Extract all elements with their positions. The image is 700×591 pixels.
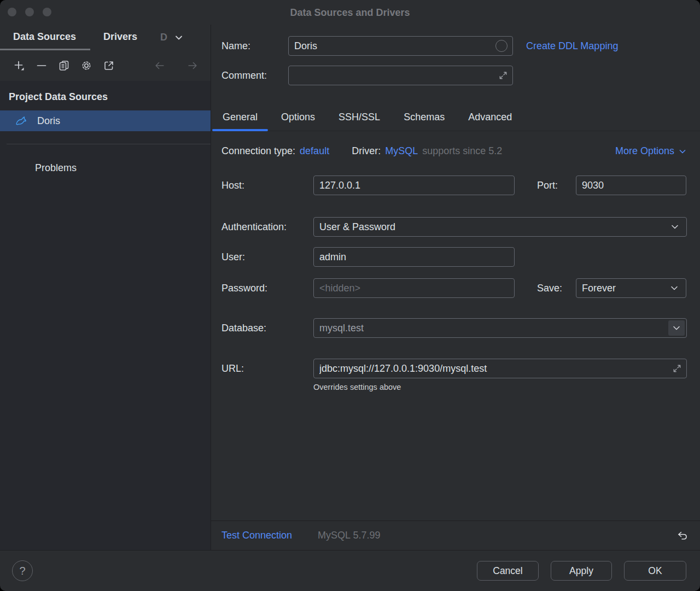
comment-input[interactable]: [288, 66, 513, 85]
save-label: Save:: [537, 283, 563, 294]
tab-options[interactable]: Options: [271, 104, 325, 131]
url-input[interactable]: [313, 359, 687, 378]
tab-schemas-label: Schemas: [404, 112, 445, 123]
dialog-footer: ? Cancel Apply OK: [0, 550, 700, 591]
authentication-select[interactable]: User & Password: [313, 217, 687, 237]
database-label: Database:: [221, 323, 313, 334]
tab-overflow[interactable]: D: [160, 25, 184, 50]
tab-drivers-label: Drivers: [103, 31, 137, 43]
duplicate-icon[interactable]: [58, 60, 70, 72]
minimize-window-button[interactable]: [25, 8, 34, 16]
traffic-lights: [8, 8, 51, 16]
chevron-down-icon: [670, 222, 680, 232]
password-row: Password: Save: Forever: [221, 278, 687, 298]
undo-icon[interactable]: [676, 530, 689, 542]
database-input[interactable]: [313, 318, 687, 338]
driver-note: supports since 5.2: [422, 145, 502, 157]
expand-icon[interactable]: [498, 71, 508, 80]
data-sources-dialog: Data Sources and Drivers Data Sources Dr…: [0, 0, 700, 591]
host-label: Host:: [221, 180, 313, 191]
comment-row: Comment:: [221, 66, 687, 85]
password-input[interactable]: [313, 278, 515, 298]
list-item-label: Doris: [37, 115, 60, 127]
more-options-link[interactable]: More Options: [615, 145, 687, 157]
back-arrow-icon[interactable]: [154, 60, 166, 72]
connection-type-value-link[interactable]: default: [300, 145, 329, 157]
database-dropdown-button[interactable]: [668, 320, 685, 336]
color-circle-icon[interactable]: [495, 40, 508, 52]
data-source-list: Project Data Sources Doris Problems: [0, 81, 211, 550]
more-options-label: More Options: [615, 145, 674, 157]
save-select[interactable]: Forever: [576, 278, 686, 298]
ok-button[interactable]: OK: [624, 561, 686, 581]
host-input[interactable]: [313, 175, 515, 195]
zoom-window-button[interactable]: [43, 8, 51, 16]
expand-icon[interactable]: [672, 364, 682, 373]
sidebar-tabs: Data Sources Drivers D: [0, 25, 211, 50]
chevron-down-icon[interactable]: [174, 33, 184, 43]
name-input[interactable]: [288, 36, 513, 56]
open-in-new-icon[interactable]: [103, 60, 115, 72]
tab-schemas[interactable]: Schemas: [393, 104, 455, 131]
tab-general[interactable]: General: [212, 104, 268, 131]
tab-advanced-label: Advanced: [468, 112, 512, 123]
help-button[interactable]: ?: [12, 560, 33, 581]
port-input[interactable]: [576, 175, 686, 195]
add-icon[interactable]: [13, 60, 25, 72]
authentication-label: Authentication:: [221, 221, 313, 233]
problems-item[interactable]: Problems: [0, 160, 211, 176]
driver-value-link[interactable]: MySQL: [385, 145, 418, 157]
tab-ssh-ssl-label: SSH/SSL: [339, 112, 380, 123]
authentication-row: Authentication: User & Password: [221, 217, 687, 237]
user-label: User:: [221, 251, 313, 263]
database-row: Database:: [221, 318, 687, 338]
driver-label: Driver:: [352, 145, 381, 157]
main-panel: Name: Create DDL Mapping Comment:: [211, 25, 700, 550]
test-connection-link[interactable]: Test Connection: [221, 530, 292, 541]
user-input[interactable]: [313, 247, 515, 267]
titlebar: Data Sources and Drivers: [0, 0, 700, 25]
test-connection-row: Test Connection MySQL 5.7.99: [211, 520, 700, 550]
user-row: User:: [221, 247, 687, 267]
url-label: URL:: [221, 363, 313, 375]
close-window-button[interactable]: [8, 8, 16, 16]
driver-version: MySQL 5.7.99: [318, 530, 380, 541]
tab-options-label: Options: [281, 112, 315, 123]
tab-advanced[interactable]: Advanced: [458, 104, 522, 131]
chevron-down-icon: [669, 283, 679, 293]
chevron-down-icon: [678, 147, 687, 156]
tab-truncated-label: D: [160, 32, 167, 43]
password-label: Password:: [221, 283, 313, 294]
tab-data-sources-label: Data Sources: [13, 31, 76, 43]
host-row: Host: Port:: [221, 175, 687, 195]
authentication-value: User & Password: [319, 221, 395, 233]
create-ddl-mapping-link[interactable]: Create DDL Mapping: [526, 40, 618, 52]
port-label: Port:: [537, 180, 561, 191]
save-value: Forever: [582, 283, 616, 294]
window-title: Data Sources and Drivers: [0, 0, 700, 26]
url-note: Overrides settings above: [313, 383, 687, 391]
list-item-doris[interactable]: Doris: [0, 110, 211, 131]
name-row: Name: Create DDL Mapping: [221, 36, 687, 56]
sidebar-toolbar: [0, 50, 211, 81]
tab-drivers[interactable]: Drivers: [90, 25, 151, 50]
forward-arrow-icon[interactable]: [186, 60, 199, 72]
settings-tabs: General Options SSH/SSL Schemas Advanced: [211, 104, 700, 131]
tab-data-sources[interactable]: Data Sources: [0, 25, 90, 50]
cancel-button[interactable]: Cancel: [477, 561, 539, 581]
sidebar: Data Sources Drivers D: [0, 25, 211, 550]
name-label: Name:: [221, 40, 288, 52]
mysql-dolphin-icon: [15, 114, 29, 128]
project-data-sources-header: Project Data Sources: [0, 89, 211, 105]
tab-ssh-ssl[interactable]: SSH/SSL: [328, 104, 390, 131]
connection-type-label: Connection type:: [221, 145, 295, 157]
list-divider: [7, 144, 211, 144]
remove-icon[interactable]: [36, 60, 48, 72]
apply-button[interactable]: Apply: [551, 561, 612, 581]
connection-type-row: Connection type: default Driver: MySQL s…: [221, 145, 687, 157]
comment-label: Comment:: [221, 70, 288, 81]
tab-general-label: General: [223, 112, 258, 123]
settings-gear-icon[interactable]: [80, 60, 92, 72]
url-row: URL:: [221, 359, 687, 378]
